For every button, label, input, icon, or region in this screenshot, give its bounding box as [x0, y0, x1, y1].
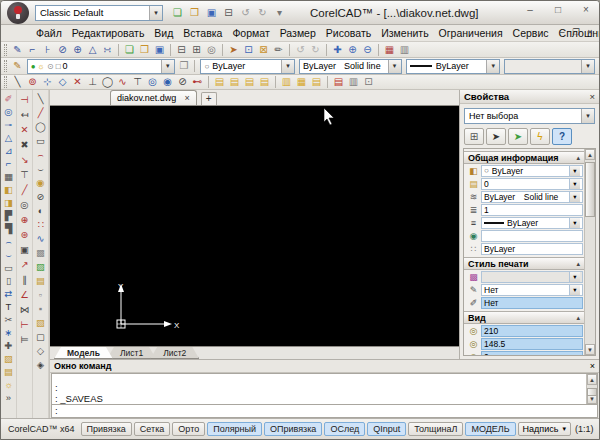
snap-circle-icon[interactable]: ◎: [145, 75, 160, 89]
line-style-combo[interactable]: ByLayer Solid line ▾: [299, 59, 402, 74]
table-icon[interactable]: ▧: [33, 316, 48, 330]
layer-properties-icon[interactable]: ❐: [177, 59, 192, 73]
menu-item[interactable]: Ограничения: [434, 26, 508, 40]
layer-select-combo[interactable]: ●☼⊙□ 0 ▾: [27, 59, 175, 74]
offset-icon[interactable]: ⌐: [1, 157, 16, 170]
copy-icon[interactable]: ⊡: [241, 43, 256, 57]
dim-linear-icon[interactable]: ⊣: [17, 92, 32, 107]
command-input[interactable]: :: [51, 405, 598, 418]
flash-select-icon[interactable]: ϟ: [530, 128, 550, 145]
chevron-down-icon[interactable]: ▾: [569, 166, 580, 176]
drawing-canvas[interactable]: Y X: [50, 106, 459, 346]
chamfer-icon[interactable]: ◨: [1, 196, 16, 209]
save-icon[interactable]: ▣: [203, 6, 220, 20]
pan-icon[interactable]: ✚: [330, 43, 345, 57]
chevron-down-icon[interactable]: ▾: [149, 6, 162, 20]
align-icon[interactable]: ⊿: [1, 144, 16, 157]
property-field[interactable]: [481, 230, 583, 242]
ui-panel-icon[interactable]: ▥: [397, 43, 412, 57]
pattern-icon[interactable]: ▦: [1, 170, 16, 183]
layer-tool-icon[interactable]: ▤: [1, 365, 16, 378]
scrollbar-thumb[interactable]: [585, 162, 595, 217]
help-button[interactable]: ?: [552, 128, 572, 145]
chevron-down-icon[interactable]: ▾: [281, 60, 294, 73]
section-header[interactable]: Стиль печати▴: [464, 257, 584, 270]
wipeout-icon[interactable]: ◈: [33, 358, 48, 372]
select-transform-icon[interactable]: ◎: [1, 105, 16, 118]
text-edit-icon[interactable]: T: [1, 300, 16, 313]
polygon-icon[interactable]: ◇: [33, 344, 48, 358]
menu-item[interactable]: Сервис: [508, 26, 554, 40]
chevron-down-icon[interactable]: ▾: [569, 272, 580, 282]
dim-style-icon[interactable]: ⊨: [17, 332, 32, 347]
dim-radius-icon[interactable]: ⊛: [17, 227, 32, 242]
angle-tool-icon[interactable]: △: [85, 43, 100, 57]
section-header[interactable]: Общая информация▴: [464, 151, 584, 164]
new-file-icon[interactable]: ❏: [122, 43, 137, 57]
dim-baseline-icon[interactable]: ↤: [17, 107, 32, 122]
redo-icon[interactable]: ↻: [254, 6, 271, 20]
dim-cross-icon[interactable]: ✕: [17, 122, 32, 137]
nearest-snap-icon[interactable]: ⊕: [70, 43, 85, 57]
gradient-icon[interactable]: ▨: [33, 260, 48, 274]
dim-center-icon[interactable]: ◎: [17, 197, 32, 212]
document-tab[interactable]: diakov.net.dwg ×: [110, 90, 197, 105]
light-icon[interactable]: ▫: [33, 288, 48, 302]
dimension-tool-icon[interactable]: ∺: [100, 43, 115, 57]
menu-item[interactable]: Формат: [227, 26, 274, 40]
scrollbar-thumb[interactable]: [587, 388, 597, 396]
print-icon[interactable]: ⊟: [220, 6, 237, 20]
arc-icon[interactable]: ⌢: [33, 148, 48, 162]
arc-blend-icon[interactable]: ⌣: [1, 248, 16, 261]
dim-intersect-icon[interactable]: ✖: [17, 137, 32, 152]
edge-snap-icon[interactable]: ⌐: [25, 43, 40, 57]
block-icon[interactable]: ▪: [33, 302, 48, 316]
print-settings-icon[interactable]: ⊞: [189, 43, 204, 57]
collapse-icon[interactable]: ▴: [576, 154, 580, 162]
point-icon[interactable]: ∷: [33, 218, 48, 232]
snap-spline-icon[interactable]: ∿: [115, 75, 130, 89]
crop-icon[interactable]: ▜: [1, 222, 16, 235]
dim-angular-icon[interactable]: ∠: [17, 287, 32, 302]
snap-node-icon[interactable]: ⊤: [130, 75, 145, 89]
property-field[interactable]: 0: [481, 351, 583, 357]
property-field[interactable]: 210: [481, 325, 583, 337]
layer-previous-icon[interactable]: ⊡: [361, 75, 376, 89]
toolbar-grip[interactable]: [4, 60, 7, 72]
weld-icon[interactable]: ∗: [1, 326, 16, 339]
layer-lock-icon[interactable]: ▥: [279, 75, 294, 89]
new-tab-button[interactable]: +: [201, 92, 217, 105]
scroll-up-icon[interactable]: ▲: [585, 149, 595, 160]
scroll-up-icon[interactable]: ▲: [587, 374, 597, 385]
chevron-down-icon[interactable]: ▾: [569, 192, 580, 202]
boundary-icon[interactable]: ▢: [33, 330, 48, 344]
collapse-icon[interactable]: ▴: [576, 314, 580, 322]
tangent-snap-icon[interactable]: ⊘: [55, 43, 70, 57]
rectangle-icon[interactable]: ▭: [33, 134, 48, 148]
workspace-selector[interactable]: Classic Default ▾: [35, 5, 163, 21]
line-color-combo[interactable]: ○ ByLayer ▾: [200, 59, 295, 74]
redo-icon[interactable]: ↻: [308, 43, 323, 57]
circle-icon[interactable]: ◯: [33, 120, 48, 134]
ellipse-icon[interactable]: ⊘: [33, 190, 48, 204]
chevron-down-icon[interactable]: ▾: [161, 60, 174, 73]
link-icon[interactable]: ⊸: [1, 118, 16, 131]
toolbar-grip[interactable]: [4, 44, 7, 56]
dim-parallel-icon[interactable]: ∥: [17, 272, 32, 287]
layer-freeze-icon[interactable]: ▤: [242, 75, 257, 89]
donut-icon[interactable]: ◉: [33, 176, 48, 190]
close-button[interactable]: ×: [579, 4, 593, 15]
tip-icon[interactable]: ☼: [1, 378, 16, 391]
color-table-icon[interactable]: ▦: [382, 43, 397, 57]
region-icon[interactable]: ▤: [33, 274, 48, 288]
chevron-down-icon[interactable]: ▾: [486, 60, 499, 73]
fillet-icon[interactable]: ◧: [1, 183, 16, 196]
property-field[interactable]: Нет: [481, 297, 583, 309]
snap-anchor-icon[interactable]: ⊚: [25, 75, 40, 89]
command-history[interactable]: :: _SAVEAS ▲ ▼: [51, 373, 598, 405]
undo-icon[interactable]: ↺: [237, 6, 254, 20]
scale-icon[interactable]: ▛: [1, 209, 16, 222]
sheet-tab[interactable]: Лист1: [107, 347, 156, 359]
chevron-down-icon[interactable]: ▾: [569, 218, 580, 228]
partial-ellipse-icon[interactable]: ◐: [33, 204, 48, 218]
